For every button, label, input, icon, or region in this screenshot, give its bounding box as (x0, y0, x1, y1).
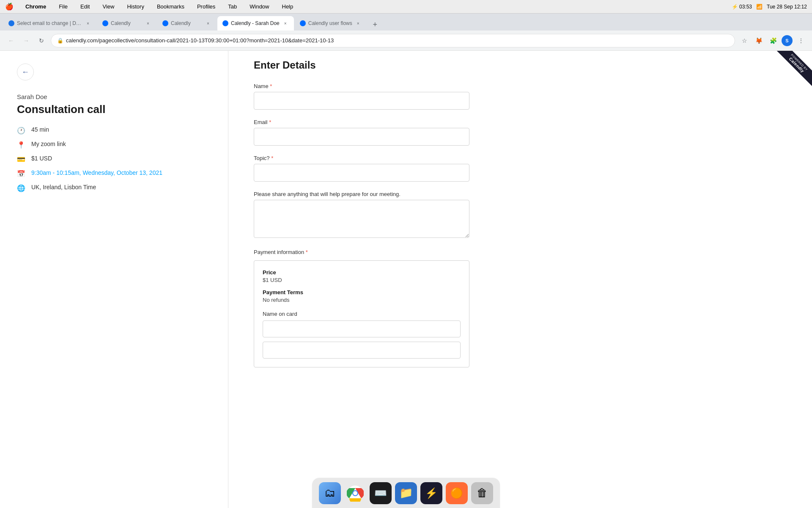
tab4-label: Calendly - Sarah Doe (231, 20, 280, 26)
menu-view[interactable]: View (100, 3, 117, 11)
email-label: Email * (254, 119, 787, 125)
clock-icon: 🕐 (17, 127, 26, 135)
datetime-text: 9:30am - 10:15am, Wednesday, October 13,… (31, 169, 162, 176)
back-button[interactable]: ← (17, 64, 34, 80)
tab3-close[interactable]: × (205, 20, 211, 27)
price-text: $1 USD (31, 155, 52, 162)
menu-profiles[interactable]: Profiles (195, 3, 218, 11)
tab4-close[interactable]: × (282, 20, 289, 27)
payment-box: Price $1 USD Payment Terms No refunds Na… (254, 260, 469, 367)
tab5-favicon (300, 20, 306, 26)
menu-tab[interactable]: Tab (225, 3, 239, 11)
email-required: * (269, 119, 271, 125)
user-name: Sarah Doe (17, 93, 211, 100)
form-title: Enter Details (254, 59, 787, 71)
menu-file[interactable]: File (56, 3, 70, 11)
location-icon: 📍 (17, 141, 26, 149)
card-name-input[interactable] (263, 320, 461, 337)
menu-edit[interactable]: Edit (78, 3, 92, 11)
left-panel: ← Sarah Doe Consultation call 🕐 45 min 📍… (0, 51, 228, 508)
extensions-button[interactable]: 🧩 (767, 35, 779, 47)
tab5-close[interactable]: × (355, 20, 362, 27)
dock-terminal[interactable]: ⌨️ (370, 482, 392, 504)
tab2-close[interactable]: × (145, 20, 151, 27)
topic-required: * (271, 155, 273, 161)
dock-app6[interactable]: 🟠 (446, 482, 468, 504)
url-text: calendly.com/pagecollective/consultation… (66, 37, 729, 44)
topic-input[interactable] (254, 164, 469, 182)
payment-required: * (306, 249, 308, 255)
payment-field-group: Payment information * Price $1 USD Payme… (254, 249, 787, 367)
tab3-favicon (162, 20, 168, 26)
timezone-text: UK, Ireland, Lisbon Time (31, 184, 96, 190)
url-bar[interactable]: 🔒 calendly.com/pagecollective/consultati… (51, 34, 735, 47)
menu-button[interactable]: ⋮ (795, 35, 807, 47)
event-title: Consultation call (17, 103, 211, 116)
battery-status: ⚡ 03:53 (732, 4, 752, 10)
topic-label: Topic? * (254, 155, 787, 161)
clock: Tue 28 Sep 12:12 (767, 4, 807, 10)
tab-calendly-3[interactable]: Calendly × (157, 16, 217, 30)
email-field-group: Email * (254, 119, 787, 146)
watermark-banner: POWERED BY Calendly (775, 51, 812, 86)
forward-button[interactable]: → (20, 35, 32, 47)
menu-chrome[interactable]: Chrome (23, 3, 49, 11)
meta-location: 📍 My zoom link (17, 141, 211, 149)
name-label: Name * (254, 83, 787, 89)
tab4-favicon (222, 20, 228, 26)
dock-finder[interactable]: 🗂 (319, 482, 341, 504)
calendar-icon: 📅 (17, 170, 26, 178)
tab-django[interactable]: Select email to change | Djang... × (3, 16, 96, 30)
dock-trash[interactable]: 🗑 (471, 482, 493, 504)
name-input[interactable] (254, 92, 469, 110)
menu-bookmarks[interactable]: Bookmarks (154, 3, 187, 11)
payment-section-label: Payment information * (254, 249, 787, 255)
page-content: ← Sarah Doe Consultation call 🕐 45 min 📍… (0, 51, 812, 508)
dock-chrome[interactable] (344, 482, 366, 504)
tab-calendly-2[interactable]: Calendly × (97, 16, 156, 30)
payment-terms-value: No refunds (263, 297, 461, 303)
name-required: * (270, 83, 272, 89)
tab2-favicon (102, 20, 108, 26)
globe-icon: 🌐 (17, 184, 26, 192)
menu-bar: 🍎 Chrome File Edit View History Bookmark… (0, 0, 812, 14)
back-button[interactable]: ← (5, 35, 17, 47)
tab3-label: Calendly (171, 20, 202, 26)
apple-menu[interactable]: 🍎 (5, 3, 14, 11)
calendly-watermark: POWERED BY Calendly (774, 51, 812, 89)
notes-textarea[interactable] (254, 200, 469, 238)
dock-files[interactable]: 📁 (395, 482, 417, 504)
reload-button[interactable]: ↻ (36, 35, 47, 47)
tab2-label: Calendly (111, 20, 142, 26)
dock-topnotch[interactable]: ⚡ (420, 482, 442, 504)
duration-text: 45 min (31, 126, 49, 133)
profile-button[interactable]: S (782, 35, 793, 46)
tab-sarah-doe[interactable]: Calendly - Sarah Doe × (217, 16, 294, 30)
menu-window[interactable]: Window (247, 3, 272, 11)
price-amount: $1 USD (263, 277, 461, 283)
card-number-input[interactable] (263, 342, 461, 359)
toolbar-right: ☆ 🦊 🧩 S ⋮ (738, 35, 807, 47)
bookmark-star-button[interactable]: ☆ (738, 35, 750, 47)
price-header: Price (263, 269, 461, 276)
meta-timezone: 🌐 UK, Ireland, Lisbon Time (17, 184, 211, 192)
email-input[interactable] (254, 128, 469, 146)
new-tab-button[interactable]: + (369, 19, 381, 30)
menu-bar-right: ⚡ 03:53 📶 Tue 28 Sep 12:12 (732, 4, 807, 10)
right-panel: POWERED BY Calendly Enter Details Name *… (228, 51, 812, 508)
fox-icon[interactable]: 🦊 (753, 35, 765, 47)
name-field-group: Name * (254, 83, 787, 110)
menu-help[interactable]: Help (280, 3, 296, 11)
address-bar: ← → ↻ 🔒 calendly.com/pagecollective/cons… (0, 30, 812, 51)
wifi-icon: 📶 (756, 4, 763, 10)
tab-user-flows[interactable]: Calendly user flows × (295, 16, 367, 30)
notes-field-group: Please share anything that will help pre… (254, 191, 787, 240)
meta-datetime: 📅 9:30am - 10:15am, Wednesday, October 1… (17, 169, 211, 178)
tab1-close[interactable]: × (85, 20, 91, 27)
card-name-label: Name on card (263, 311, 461, 317)
location-text: My zoom link (31, 141, 66, 147)
topic-field-group: Topic? * (254, 155, 787, 182)
meta-duration: 🕐 45 min (17, 126, 211, 135)
event-meta: 🕐 45 min 📍 My zoom link 💳 $1 USD 📅 9:30a… (17, 126, 211, 192)
menu-history[interactable]: History (124, 3, 146, 11)
